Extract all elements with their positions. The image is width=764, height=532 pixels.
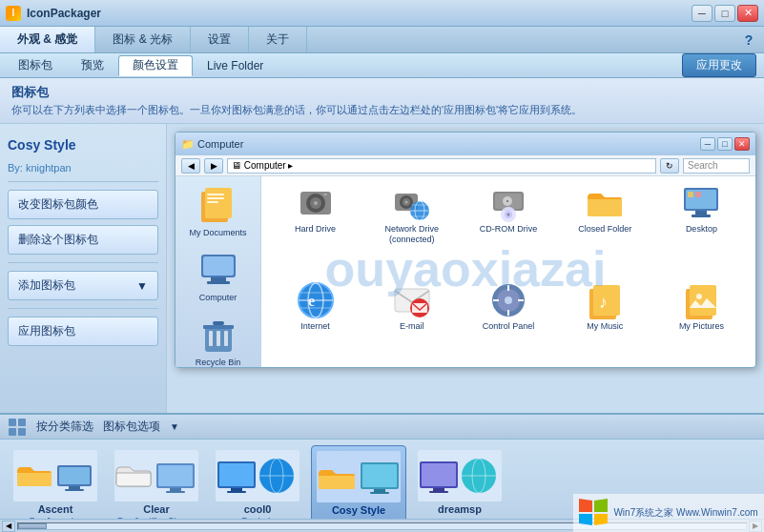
- my-music-item[interactable]: ♪ My Music: [559, 281, 651, 360]
- svg-rect-63: [690, 285, 716, 316]
- sub-tab-livefolder[interactable]: Live Folder: [193, 55, 278, 76]
- svg-rect-91: [374, 489, 385, 492]
- options-arrow[interactable]: ▼: [170, 421, 179, 432]
- ascent-name: Ascent: [38, 503, 73, 515]
- pack-name: Cosy Style: [8, 133, 158, 156]
- description-bar: 图标包 你可以在下方列表中选择一个图标包。一旦你对图标包满意的话，你可以通过点击…: [0, 78, 764, 124]
- scroll-left-button[interactable]: ◀: [2, 521, 15, 532]
- cool0-preview: [216, 450, 299, 501]
- closed-folder-label: Closed Folder: [578, 224, 631, 235]
- svg-rect-4: [207, 201, 218, 203]
- desktop-icon: [682, 184, 720, 222]
- apply-update-button[interactable]: 应用更改: [682, 53, 756, 77]
- svg-rect-67: [18, 419, 26, 426]
- recycle-label: Recycle Bin: [196, 358, 241, 367]
- svg-point-54: [505, 297, 512, 304]
- svg-rect-92: [370, 492, 389, 494]
- explorer-close[interactable]: ✕: [734, 137, 750, 151]
- cosy-icons: [316, 450, 402, 502]
- network-drive-item[interactable]: Network Drive (connected): [365, 184, 458, 273]
- desktop-item[interactable]: Desktop: [655, 184, 748, 273]
- svg-rect-10: [209, 331, 213, 346]
- explorer-maximize[interactable]: □: [717, 137, 733, 151]
- nav-tab-settings[interactable]: 设置: [191, 27, 249, 52]
- svg-rect-13: [203, 325, 234, 329]
- svg-rect-3: [207, 197, 224, 199]
- options-label[interactable]: 图标包选项: [103, 419, 160, 435]
- my-pictures-label: My Pictures: [679, 321, 724, 332]
- grid-view-icon[interactable]: [8, 418, 27, 437]
- pack-item-cosy[interactable]: Cosy Style By: knightpan: [311, 445, 406, 519]
- left-panel: My Documents Computer: [176, 176, 261, 367]
- recycle-item[interactable]: Recycle Bin: [196, 314, 241, 367]
- refresh-button[interactable]: ↻: [660, 158, 679, 174]
- svg-text:e: e: [308, 293, 315, 309]
- recycle-icon: [197, 314, 239, 356]
- pack-item-cool0[interactable]: cool0 By: hsh: [210, 445, 305, 519]
- my-pictures-item[interactable]: My Pictures: [655, 281, 748, 360]
- svg-rect-11: [217, 331, 220, 346]
- close-button[interactable]: ✕: [737, 5, 758, 22]
- pack-author: By: knightpan: [8, 162, 158, 174]
- svg-rect-73: [69, 486, 80, 489]
- svg-rect-82: [219, 463, 254, 486]
- closed-folder-item[interactable]: Closed Folder: [559, 184, 651, 273]
- apply-pack-button[interactable]: 应用图标包: [8, 317, 158, 346]
- desktop-label: Desktop: [686, 224, 717, 235]
- scroll-thumb[interactable]: [18, 523, 47, 529]
- search-placeholder: Search: [688, 160, 718, 171]
- nav-tab-icons[interactable]: 图标 & 光标: [95, 27, 191, 52]
- sidebar: Cosy Style By: knightpan 改变图标包颜色 删除这个图标包…: [0, 124, 167, 413]
- svg-rect-7: [211, 277, 226, 281]
- divider: [8, 181, 158, 182]
- nav-tab-about[interactable]: 关于: [249, 27, 307, 52]
- winlogo-text: Win7系统之家 Www.Winwin7.com: [613, 506, 757, 520]
- pack-item-dreamsp[interactable]: dreamsp: [412, 445, 507, 519]
- change-color-button[interactable]: 改变图标包颜色: [8, 190, 158, 219]
- delete-pack-button[interactable]: 删除这个图标包: [8, 225, 158, 255]
- addr-icon: 🖥: [232, 160, 241, 171]
- address-bar[interactable]: 🖥 Computer ▸: [227, 158, 656, 174]
- svg-rect-19: [323, 194, 327, 195]
- maximize-button[interactable]: □: [714, 5, 735, 22]
- bottom-toolbar: 按分类筛选 图标包选项 ▼: [0, 415, 764, 440]
- cdrom-icon: [489, 184, 527, 222]
- back-button[interactable]: ◀: [181, 158, 200, 174]
- sub-tab-preview[interactable]: 预览: [67, 55, 118, 76]
- svg-rect-97: [429, 491, 448, 493]
- addr-text: Computer ▸: [244, 160, 294, 171]
- minimize-button[interactable]: ─: [692, 5, 712, 22]
- pack-item-clear[interactable]: Clear By: Jeniffer Chang: [109, 445, 204, 519]
- cosy-name: Cosy Style: [332, 504, 385, 516]
- forward-button[interactable]: ▶: [204, 158, 223, 174]
- explorer-content: My Documents Computer: [176, 176, 755, 367]
- svg-rect-2: [207, 194, 224, 195]
- dreamsp-preview: [418, 450, 502, 501]
- hard-drive-item[interactable]: Hard Drive: [269, 184, 361, 273]
- computer-item[interactable]: Computer: [197, 249, 239, 302]
- sub-tab-iconpack[interactable]: 图标包: [4, 55, 67, 76]
- svg-text:♪: ♪: [599, 293, 608, 312]
- cdrom-item[interactable]: CD-ROM Drive: [462, 184, 554, 273]
- nav-tab-appearance[interactable]: 外观 & 感觉: [0, 27, 95, 52]
- explorer-toolbar: ◀ ▶ 🖥 Computer ▸ ↻ Search: [176, 155, 755, 176]
- help-button[interactable]: ?: [737, 29, 760, 51]
- search-bar[interactable]: Search: [683, 158, 750, 174]
- pack-item-ascent[interactable]: Ascent By: Josephs: [8, 445, 103, 519]
- svg-rect-12: [224, 331, 228, 346]
- explorer-minimize[interactable]: ─: [700, 137, 715, 151]
- control-panel-item[interactable]: Control Panel: [462, 281, 554, 360]
- internet-item[interactable]: e Internet: [269, 281, 361, 360]
- email-item[interactable]: E-mail: [365, 281, 458, 360]
- svg-rect-66: [9, 419, 16, 426]
- my-documents-label: My Documents: [189, 228, 246, 237]
- my-pictures-icon: [682, 281, 720, 319]
- sub-tab-colorset[interactable]: 颜色设置: [118, 55, 193, 76]
- my-documents-item[interactable]: My Documents: [189, 184, 246, 237]
- cdrom-label: CD-ROM Drive: [480, 224, 538, 235]
- filter-label[interactable]: 按分类筛选: [36, 419, 93, 435]
- svg-rect-77: [158, 465, 193, 486]
- add-pack-button[interactable]: 添加图标包 ▼: [8, 271, 158, 300]
- cool0-name: cool0: [244, 503, 272, 515]
- internet-label: Internet: [300, 321, 330, 332]
